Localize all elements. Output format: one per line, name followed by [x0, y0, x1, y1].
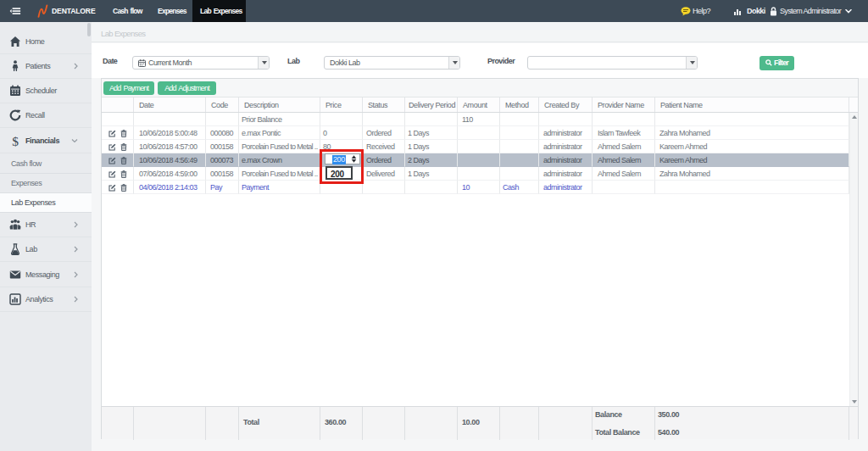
svg-text:$: $ [12, 135, 19, 147]
